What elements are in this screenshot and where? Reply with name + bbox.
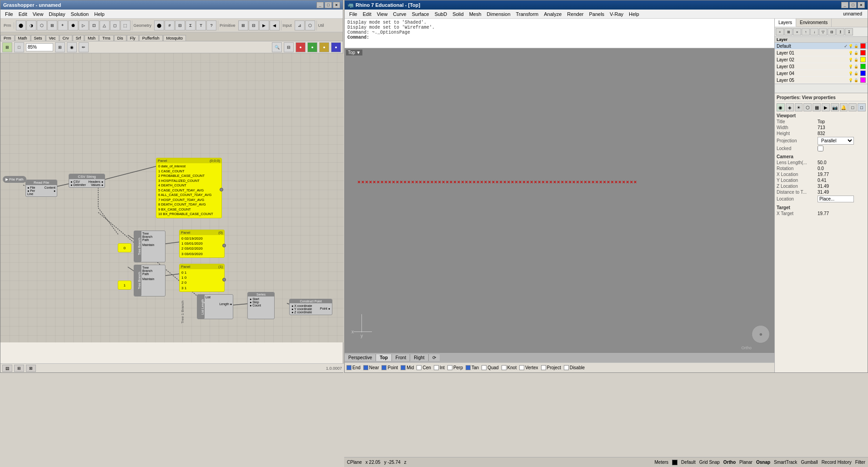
rhino-menu-render[interactable]: Render [564, 10, 586, 18]
layer-tool-up[interactable]: ↑ [802, 28, 810, 35]
rhino-menu-mesh[interactable]: Mesh [467, 10, 484, 18]
gh-tab-msh[interactable]: Msh [85, 35, 99, 41]
rhino-menu-view[interactable]: View [374, 10, 391, 18]
snap-quad-checkbox[interactable] [482, 365, 487, 370]
snap-cen-checkbox[interactable] [416, 365, 421, 370]
gh-zoom-box[interactable]: 85% [26, 43, 53, 51]
rhino-menu-surface[interactable]: Surface [409, 10, 432, 18]
series-node[interactable]: Series ● Start ● Step ● Count [247, 292, 275, 319]
gh-canvas[interactable]: ▶ File Path Read File ● File ● Per Line … [0, 53, 344, 342]
prop-locked-checkbox[interactable] [818, 146, 823, 151]
gh-title-bar[interactable]: Grasshopper - unnamed _ □ × [0, 0, 343, 10]
geo-icon-6[interactable]: ⬟ [68, 20, 78, 30]
prop-projection-select[interactable]: Parallel Perspective [818, 137, 854, 145]
prim-icon-2[interactable]: # [165, 20, 175, 30]
gh-grid-icon[interactable]: ⊞ [55, 42, 65, 52]
layer-row-02[interactable]: Layer 02 💡 🔒 [775, 56, 868, 63]
snap-perp-checkbox[interactable] [447, 365, 452, 370]
snap-end-checkbox[interactable] [346, 365, 351, 370]
gh-tab-sets[interactable]: Sets [31, 35, 45, 41]
geo-icon-4[interactable]: ⊞ [47, 20, 57, 30]
geo-icon-5[interactable]: ⌖ [58, 20, 68, 30]
gh-tab-crv[interactable]: Crv [60, 35, 72, 41]
input-icon-2[interactable]: ⊟ [249, 20, 259, 30]
gh-nav-icon[interactable]: ⊞ [2, 42, 12, 52]
tab-top[interactable]: Top [376, 354, 392, 361]
gh-yellow-icon[interactable]: ● [319, 42, 329, 52]
nav-compass[interactable]: ⊕ [752, 325, 770, 343]
status-osnap[interactable]: Osnap [756, 460, 770, 465]
rhino-menu-analyze[interactable]: Analyze [541, 10, 564, 18]
layer-row-03[interactable]: Layer 03 💡 🔒 [775, 63, 868, 70]
prim-icon-4[interactable]: Σ [186, 20, 196, 30]
status-grid-snap[interactable]: Grid Snap [699, 460, 720, 465]
prop-tab-camera[interactable]: 📷 [831, 103, 839, 111]
snap-vertex-checkbox[interactable] [519, 365, 524, 370]
layer-tool-delete[interactable]: × [793, 28, 801, 35]
prop-tab-anim[interactable]: ▶ [822, 103, 830, 111]
rhino-title-bar[interactable]: 🦏 Rhino 7 Educational - [Top] _ □ × [345, 0, 868, 10]
layer-tool-import[interactable]: ↥ [836, 28, 844, 35]
input-icon-1[interactable]: ⊞ [238, 20, 248, 30]
layer-tool-search[interactable]: ⊟ [828, 28, 836, 35]
gh-tab-srf[interactable]: Srf [73, 35, 85, 41]
layer-tool-filter[interactable]: ▽ [819, 28, 827, 35]
layer-tool-copy[interactable]: ⊞ [784, 28, 793, 35]
snap-tan-checkbox[interactable] [466, 365, 471, 370]
rhino-maximize-btn[interactable]: □ [849, 2, 857, 8]
gh-search-icon[interactable]: 🔍 [272, 42, 282, 52]
panel-0-node[interactable]: 0 [118, 243, 131, 252]
prop-tab-bell[interactable]: 🔔 [840, 103, 848, 111]
snap-disable-checkbox[interactable] [564, 365, 569, 370]
geo-icon-10[interactable]: ◻ [110, 20, 120, 30]
rhino-menu-dimension[interactable]: Dimension [484, 10, 513, 18]
main-panel-node[interactable]: Panel (0;0;0) 0 date_of_interest 1 CASE_… [156, 158, 222, 218]
main-viewport[interactable]: Top ▼ × × × × × × × × × × × × × [345, 48, 774, 352]
gh-snap-icon[interactable]: □ [14, 42, 24, 52]
gh-red-icon[interactable]: ● [296, 42, 306, 52]
prop-tab-color[interactable]: ⬡ [803, 103, 812, 111]
prop-location-btn[interactable]: Place... [818, 196, 854, 202]
prop-tab-display[interactable]: ◉ [777, 103, 785, 111]
gh-blue-icon[interactable]: ● [331, 42, 341, 52]
geo-icon-2[interactable]: ◑ [26, 20, 36, 30]
gh-tab-math[interactable]: Math [15, 35, 30, 41]
layer-row-default[interactable]: Default ✓ 💡 🔒 [775, 43, 868, 50]
gh-btn-3[interactable]: ⊠ [26, 365, 36, 372]
gh-maximize-btn[interactable]: □ [325, 2, 332, 8]
file-path-node[interactable]: ▶ File Path [3, 176, 26, 183]
rhino-menu-vray[interactable]: V-Ray [607, 10, 626, 18]
tab-refresh[interactable]: ⟳ [429, 354, 440, 361]
prop-tab-sun[interactable]: ☀ [795, 103, 803, 111]
prim-icon-5[interactable]: T [196, 20, 206, 30]
layer-row-05[interactable]: Layer 05 💡 🔒 [775, 77, 868, 84]
status-ortho[interactable]: Ortho [723, 460, 736, 465]
rhino-menu-help[interactable]: Help [626, 10, 642, 18]
snap-knot-checkbox[interactable] [502, 365, 507, 370]
layer-color-05[interactable] [860, 77, 866, 83]
gh-close-btn[interactable]: × [333, 2, 340, 8]
gh-brush-icon[interactable]: ✏ [79, 42, 89, 52]
gh-tab-pufferfish[interactable]: Pufferfish [139, 35, 163, 41]
construct-pt-node[interactable]: Construct Point ● X coordinate ● Y coord… [289, 299, 332, 315]
rhino-menu-edit[interactable]: Edit [360, 10, 374, 18]
prop-tab-texture[interactable]: ▦ [813, 103, 821, 111]
gh-tab-fly[interactable]: Fly [127, 35, 139, 41]
read-file-node[interactable]: Read File ● File ● Per Line Content ● [25, 180, 57, 197]
gh-tab-dis[interactable]: Dis [114, 35, 126, 41]
layer-color-01[interactable] [860, 50, 866, 55]
input-icon-3[interactable]: ▶ [259, 20, 269, 30]
status-filter[interactable]: Filter [855, 460, 865, 465]
viewport-label[interactable]: Top ▼ [346, 50, 362, 55]
layer-color-04[interactable] [860, 70, 866, 76]
layer-row-01[interactable]: Layer 01 💡 🔒 [775, 50, 868, 56]
geo-icon-8[interactable]: ⊡ [89, 20, 99, 30]
layer-tool-export[interactable]: ↧ [845, 28, 853, 35]
status-planar[interactable]: Planar [739, 460, 753, 465]
gh-green-icon[interactable]: ● [307, 42, 317, 52]
snap-point-checkbox[interactable] [381, 365, 386, 370]
csv-string-node[interactable]: CSV String ● CSV ● Delimiter Headers ● V… [69, 174, 105, 188]
geo-icon-9[interactable]: △ [100, 20, 110, 30]
tab-front[interactable]: Front [392, 354, 410, 361]
snap-int-checkbox[interactable] [434, 365, 439, 370]
